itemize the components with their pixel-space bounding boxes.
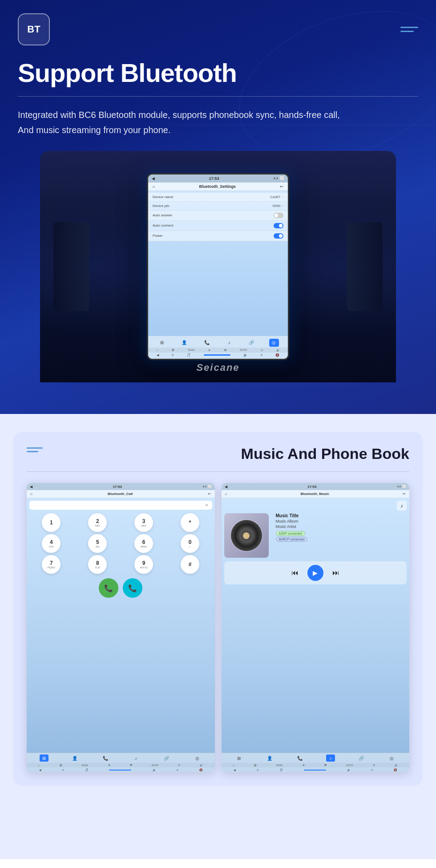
- dial-6[interactable]: 6MNO: [134, 534, 153, 553]
- phone-icon-btn[interactable]: 📞: [202, 339, 212, 347]
- mini-left-bottombar: ⊞ 👤 📞 ♪ 🔗 ◎ ⌂ ⏻ DUAL ❄ ⇄: [27, 753, 215, 772]
- dial-pad: 1 2ABC 3DEF * 4GHI 5JKL 6MNO 0+ 7PQRS 8T…: [29, 513, 212, 574]
- vinyl-record: [231, 520, 262, 551]
- call-button[interactable]: 📞: [99, 578, 118, 598]
- dial-0[interactable]: 0+: [181, 534, 199, 553]
- seicane-brand: Seicane: [196, 362, 239, 373]
- settings-list: Device name CarBT › Device pin 0000 › Au…: [148, 191, 288, 336]
- bt-logo: BT: [18, 13, 50, 45]
- music-album-area: Music Title Music Album Music Artist A2D…: [224, 513, 407, 558]
- music-info: Music Title Music Album Music Artist A2D…: [272, 513, 407, 543]
- hero-section: BT Support Bluetooth Integrated with BC6…: [0, 0, 436, 414]
- mini-right-apps-btn[interactable]: ⊞: [234, 754, 243, 762]
- mini-link-btn[interactable]: 🔗: [162, 754, 171, 762]
- volume-slider[interactable]: [204, 354, 230, 356]
- bottom-section: Music And Phone Book ◀ 17:53 ∧∧ ⬜ ⌂: [0, 414, 436, 859]
- auto-connect-row[interactable]: Auto connect: [148, 221, 288, 231]
- prev-button[interactable]: ⏮: [291, 569, 299, 577]
- mini-phone-btn[interactable]: 📞: [101, 754, 110, 762]
- car-mockup: ◀ 17:53 ∧∧ ⬜ ⌂ Bluetooth_Settings ↩: [18, 151, 418, 387]
- redial-button[interactable]: 📞: [123, 578, 142, 598]
- section-title: Music And Phone Book: [241, 445, 409, 462]
- mini-left-volume[interactable]: [109, 770, 131, 771]
- bluetooth-settings-screen: ◀ 17:53 ∧∧ ⬜ ⌂ Bluetooth_Settings ↩: [147, 173, 289, 360]
- mini-right-bt-btn[interactable]: ◎: [388, 754, 396, 762]
- dial-9[interactable]: 9WXYZ: [134, 555, 153, 574]
- play-button[interactable]: ▶: [307, 565, 323, 581]
- mini-right-back[interactable]: ◀: [225, 485, 227, 489]
- link-icon-btn[interactable]: 🔗: [246, 339, 256, 347]
- bluetooth-call-screen: ◀ 17:53 ∧∧ ⬜ ⌂ Bluetooth_Call ↩: [27, 483, 215, 772]
- dial-4[interactable]: 4GHI: [42, 534, 61, 553]
- dial-3[interactable]: 3DEF: [134, 513, 153, 532]
- dial-hash[interactable]: #: [181, 555, 199, 574]
- screen-back-btn[interactable]: ◀: [152, 176, 155, 181]
- screen-bottom-bar: ⊞ 👤 📞 ♪ 🔗 ◎ ⌂ ⏻ DUAL ❄ ⇄: [148, 336, 288, 359]
- dial-8[interactable]: 8TUV: [88, 555, 107, 574]
- section-divider: [27, 471, 409, 472]
- dial-1[interactable]: 1: [42, 513, 61, 532]
- power-row[interactable]: Power: [148, 231, 288, 241]
- mini-apps-btn[interactable]: ⊞: [40, 754, 48, 762]
- mini-contacts-btn[interactable]: 👤: [70, 754, 79, 762]
- mini-right-contacts-btn[interactable]: 👤: [265, 754, 274, 762]
- next-button[interactable]: ⏭: [332, 569, 339, 577]
- dial-star[interactable]: *: [181, 513, 199, 532]
- music-note-icon[interactable]: ♪: [397, 501, 407, 511]
- call-search-box[interactable]: ✕: [29, 501, 212, 510]
- music-phonebook-card: Music And Phone Book ◀ 17:53 ∧∧ ⬜ ⌂: [13, 432, 423, 786]
- mini-right-music-btn[interactable]: ♪: [326, 754, 335, 762]
- album-art: [224, 513, 269, 558]
- mini-right-phone-btn[interactable]: 📞: [295, 754, 304, 762]
- power-toggle[interactable]: [274, 233, 283, 239]
- section-menu-icon[interactable]: [27, 447, 43, 452]
- mini-right-volume[interactable]: [304, 770, 326, 771]
- bluetooth-icon-btn[interactable]: ◎: [269, 339, 279, 347]
- contacts-icon-btn[interactable]: 👤: [179, 339, 189, 347]
- apps-icon-btn[interactable]: ⊞: [157, 339, 167, 347]
- mini-left-back[interactable]: ◀: [30, 485, 32, 489]
- dual-screens-container: ◀ 17:53 ∧∧ ⬜ ⌂ Bluetooth_Call ↩: [27, 483, 409, 772]
- device-pin-row[interactable]: Device pin 0000 ›: [148, 202, 288, 211]
- music-controls: ⏮ ▶ ⏭: [224, 561, 407, 584]
- auto-answer-row[interactable]: Auto answer: [148, 211, 288, 221]
- device-name-row[interactable]: Device name CarBT ›: [148, 193, 288, 202]
- dial-7[interactable]: 7PQRS: [42, 555, 61, 574]
- auto-connect-toggle[interactable]: [274, 223, 283, 228]
- avrcp-badge: AVRCP connected: [276, 537, 308, 542]
- a2dp-badge: A2DP connected: [276, 531, 305, 536]
- mini-music-btn[interactable]: ♪: [132, 754, 141, 762]
- vinyl-center: [243, 532, 250, 539]
- mini-right-link-btn[interactable]: 🔗: [357, 754, 366, 762]
- dial-5[interactable]: 5JKL: [88, 534, 107, 553]
- mini-bt-btn[interactable]: ◎: [193, 754, 202, 762]
- call-action-buttons: 📞 📞: [29, 578, 212, 598]
- auto-answer-toggle[interactable]: [274, 213, 283, 218]
- mini-right-bottombar: ⊞ 👤 📞 ♪ 🔗 ◎ ⌂ ⏻ DUAL ❄ ⇄: [222, 753, 410, 772]
- music-icon-btn[interactable]: ♪: [224, 339, 234, 347]
- bluetooth-music-screen: ◀ 17:53 ∧∧ ⬜ ⌂ Bluetooth_Music ↩: [222, 483, 410, 772]
- dial-2[interactable]: 2ABC: [88, 513, 107, 532]
